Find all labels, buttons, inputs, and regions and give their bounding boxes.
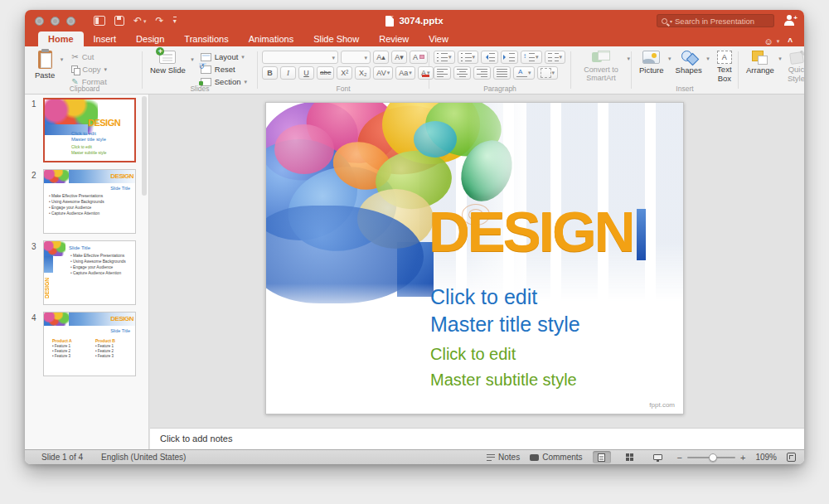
comments-toggle-button[interactable]: Comments bbox=[530, 453, 582, 462]
cut-button[interactable]: ✂Cut bbox=[71, 51, 107, 62]
reset-button[interactable]: Reset bbox=[201, 64, 247, 75]
undo-button[interactable]: ↶▾ bbox=[133, 16, 147, 26]
align-right-button[interactable] bbox=[473, 66, 491, 80]
smiley-icon: ☺ bbox=[764, 36, 773, 46]
smartart-icon bbox=[592, 51, 610, 64]
slideshow-button[interactable] bbox=[649, 451, 667, 463]
shapes-button[interactable]: Shapes ▾ bbox=[672, 49, 705, 76]
align-center-button[interactable] bbox=[453, 66, 471, 80]
increase-indent-button[interactable] bbox=[501, 51, 518, 64]
toggle-ribbon-button[interactable] bbox=[94, 16, 105, 26]
search-input[interactable] bbox=[675, 17, 769, 26]
zoom-slider[interactable] bbox=[687, 457, 735, 458]
slide-subtitle-placeholder[interactable]: Click to edit Master subtitle style bbox=[430, 342, 577, 393]
tab-home[interactable]: Home bbox=[38, 32, 84, 46]
columns-dropdown-icon: ▾ bbox=[560, 54, 563, 61]
zoom-in-button[interactable]: + bbox=[740, 453, 745, 463]
thumbnail-scrollbar[interactable] bbox=[142, 96, 147, 196]
normal-view-button[interactable] bbox=[593, 451, 611, 463]
tab-design[interactable]: Design bbox=[126, 32, 174, 46]
quick-styles-button[interactable]: Quick Styles ▾ bbox=[781, 49, 804, 85]
thumb3-slide-title: Slide Title bbox=[69, 245, 90, 250]
thumbnail-slide-4[interactable]: DESIGN Slide Title Product A Feature 1Fe… bbox=[43, 312, 136, 376]
copy-button[interactable]: Copy▾ bbox=[71, 64, 107, 75]
clear-formatting-button[interactable]: A bbox=[410, 51, 428, 64]
zoom-percentage[interactable]: 109% bbox=[755, 453, 777, 462]
slide-title-placeholder[interactable]: Click to edit Master title style bbox=[430, 284, 580, 338]
numbering-button[interactable]: ▾ bbox=[458, 51, 479, 64]
paste-button[interactable]: Paste ▾ bbox=[32, 49, 58, 81]
zoom-slider-knob[interactable] bbox=[709, 453, 717, 462]
main-slide[interactable]: DESIGN Click to edit Master title style … bbox=[265, 102, 684, 414]
convert-to-smartart-button[interactable]: Convert to SmartArt ▾ bbox=[575, 49, 627, 85]
layout-button[interactable]: Layout▾ bbox=[201, 51, 247, 62]
save-icon bbox=[114, 16, 124, 26]
zoom-out-button[interactable]: − bbox=[677, 453, 682, 463]
thumb2-header-band: DESIGN bbox=[44, 170, 135, 183]
strikethrough-button[interactable]: abe bbox=[317, 66, 334, 80]
change-case-button[interactable]: Aa▾ bbox=[395, 66, 415, 80]
italic-button[interactable]: I bbox=[280, 66, 296, 80]
search-box[interactable]: ▾ bbox=[657, 14, 774, 27]
thumbnail-slide-3[interactable]: DESIGN Slide Title Make Effective Presen… bbox=[43, 240, 136, 305]
thumb3-design-text: DESIGN bbox=[44, 273, 53, 304]
undo-icon: ↶ bbox=[133, 16, 142, 26]
titlebar: ↶▾ ↷ ▾ 3074.pptx ▾ + bbox=[25, 10, 804, 32]
new-slide-button[interactable]: + New Slide ▾ bbox=[147, 49, 189, 76]
character-spacing-button[interactable]: AV▾ bbox=[373, 66, 393, 80]
notes-toggle-button[interactable]: Notes bbox=[487, 453, 520, 462]
tab-transitions[interactable]: Transitions bbox=[174, 32, 238, 46]
fit-slide-to-window-button[interactable] bbox=[787, 453, 796, 462]
underline-button[interactable]: U bbox=[298, 66, 314, 80]
arrange-button[interactable]: Arrange ▾ bbox=[743, 49, 778, 76]
feedback-smiley-button[interactable]: ☺▾ bbox=[764, 36, 779, 46]
search-scope-dropdown-icon[interactable]: ▾ bbox=[670, 18, 672, 24]
character-spacing-dropdown-icon: ▾ bbox=[387, 70, 390, 76]
redo-button[interactable]: ↷ bbox=[156, 16, 164, 26]
superscript-button[interactable]: X² bbox=[337, 66, 352, 80]
thumbnail-slide-1[interactable]: DESIGN Click to editMaster title style C… bbox=[43, 98, 136, 162]
font-size-combo[interactable]: ▾ bbox=[341, 51, 371, 64]
new-slide-dropdown-icon[interactable]: ▾ bbox=[191, 56, 194, 63]
tab-review[interactable]: Review bbox=[369, 32, 419, 46]
bold-button[interactable]: B bbox=[262, 66, 278, 80]
thumbnail-slide-2[interactable]: DESIGN Slide Title Make Effective Presen… bbox=[43, 169, 136, 234]
line-spacing-icon bbox=[524, 52, 535, 62]
font-color-button[interactable]: A▾ bbox=[418, 66, 434, 80]
tab-view[interactable]: View bbox=[419, 32, 458, 46]
customize-toolbar-button[interactable]: ▾ bbox=[173, 17, 177, 25]
share-button[interactable]: + bbox=[784, 15, 796, 26]
close-window-button[interactable] bbox=[35, 17, 44, 26]
justify-button[interactable] bbox=[493, 66, 511, 80]
zoom-window-button[interactable] bbox=[66, 17, 75, 26]
increase-font-size-button[interactable]: A▴ bbox=[373, 51, 389, 64]
align-text-button[interactable]: ▾ bbox=[513, 66, 535, 80]
font-color-bar-icon bbox=[422, 75, 429, 77]
thumb2-slide-title: Slide Title bbox=[110, 186, 130, 191]
tab-animations[interactable]: Animations bbox=[239, 32, 303, 46]
picture-button[interactable]: Picture ▾ bbox=[636, 49, 667, 76]
save-button[interactable] bbox=[114, 16, 124, 26]
tab-insert[interactable]: Insert bbox=[84, 32, 127, 46]
slides-group-label: Slides bbox=[147, 85, 253, 93]
picture-dropdown-icon[interactable]: ▾ bbox=[668, 56, 671, 62]
line-spacing-button[interactable]: ▾ bbox=[521, 51, 542, 64]
language-indicator[interactable]: English (United States) bbox=[101, 453, 186, 462]
font-name-combo[interactable]: ▾ bbox=[262, 51, 338, 64]
undo-dropdown-icon[interactable]: ▾ bbox=[143, 18, 147, 24]
slide-sorter-view-button[interactable] bbox=[621, 451, 639, 463]
subscript-button[interactable]: X₂ bbox=[355, 66, 371, 80]
decrease-indent-button[interactable] bbox=[481, 51, 498, 64]
minimize-window-button[interactable] bbox=[51, 17, 60, 26]
text-direction-button[interactable]: ▾ bbox=[537, 66, 559, 80]
tab-slide-show[interactable]: Slide Show bbox=[303, 32, 369, 46]
columns-button[interactable]: ▾ bbox=[545, 51, 566, 64]
decrease-font-size-button[interactable]: A▾ bbox=[391, 51, 407, 64]
paste-dropdown-icon[interactable]: ▾ bbox=[61, 56, 64, 63]
font-group-label: Font bbox=[262, 85, 424, 93]
text-box-button[interactable]: A Text Box bbox=[709, 49, 740, 85]
notes-pane[interactable]: Click to add notes bbox=[150, 428, 804, 449]
collapse-ribbon-button[interactable]: ^ bbox=[788, 37, 793, 46]
bullets-button[interactable]: ▾ bbox=[434, 51, 455, 64]
align-left-button[interactable] bbox=[434, 66, 451, 80]
